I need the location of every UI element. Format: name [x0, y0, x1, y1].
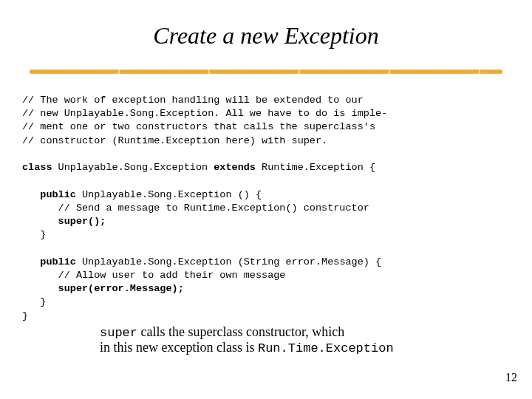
title-underline — [30, 68, 502, 75]
caption-text: calls the superclass constructor, which — [137, 324, 344, 339]
comment-line: // constructor (Runtime.Exception here) … — [22, 135, 327, 146]
class-name: Unplayable.Song.Exception — [52, 162, 214, 173]
keyword-extends: extends — [214, 162, 256, 173]
keyword-super: super(); — [58, 216, 106, 227]
ctor-sig: Unplayable.Song.Exception (String error.… — [76, 256, 381, 267]
ctor-comment: // Send a message to Runtime.Exception()… — [58, 202, 369, 214]
comment-line: // The work of exception handling will b… — [22, 95, 364, 106]
comment-line: // new Unplayable.Song.Exception. All we… — [22, 108, 387, 119]
parent-class: Runtime.Exception { — [256, 162, 375, 173]
keyword-public: public — [40, 256, 76, 267]
slide-title: Create a new Exception — [30, 22, 502, 50]
keyword-public: public — [40, 189, 76, 200]
code-block: // The work of exception handling will b… — [22, 94, 502, 323]
caption-mono: super — [100, 326, 137, 340]
keyword-super: super(error.Message); — [58, 283, 184, 294]
ctor-sig: Unplayable.Song.Exception () { — [76, 189, 262, 200]
caption-mono: Run.Time.Exception — [258, 341, 394, 355]
class-close: } — [22, 310, 28, 321]
caption: super calls the superclass constructor, … — [100, 324, 502, 355]
comment-line: // ment one or two constructors that cal… — [22, 121, 375, 132]
ctor-comment: // Allow user to add their own message — [58, 270, 286, 281]
keyword-class: class — [22, 162, 52, 173]
page-number: 12 — [505, 371, 517, 384]
ctor-close: } — [40, 296, 46, 307]
caption-text: in this new exception class is — [100, 340, 258, 355]
ctor-close: } — [40, 229, 46, 240]
